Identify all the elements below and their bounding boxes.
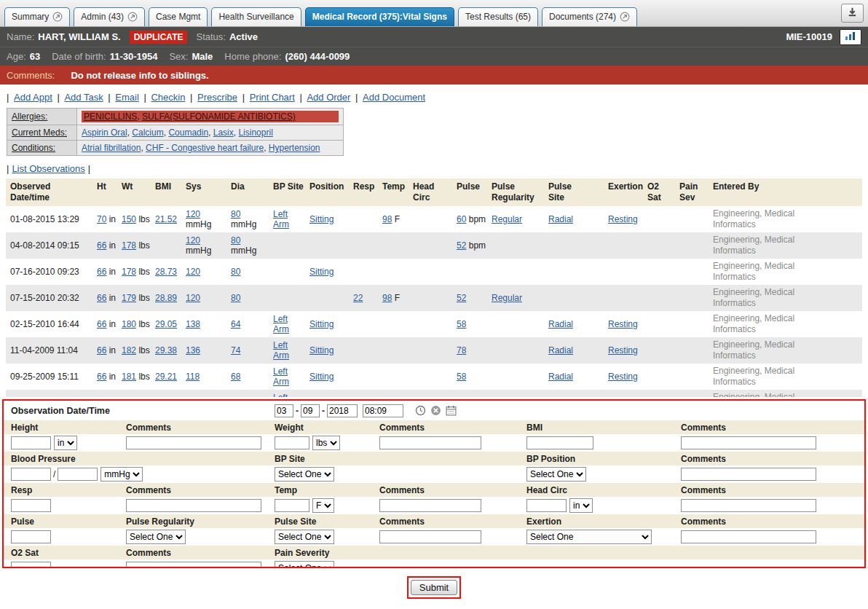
summary-label-link[interactable]: Current Meds: xyxy=(12,127,67,138)
tab-case-mgmt[interactable]: Case Mgmt xyxy=(149,7,208,26)
obs-value-link[interactable]: 58 xyxy=(457,372,466,382)
action-link-add-document[interactable]: Add Document xyxy=(363,92,425,103)
height-input[interactable] xyxy=(11,436,51,449)
popout-icon[interactable] xyxy=(52,12,63,22)
head-circ-comments-input[interactable] xyxy=(681,499,816,512)
obs-value-link[interactable]: 98 xyxy=(382,214,392,224)
obs-value-link[interactable]: Sitting xyxy=(309,214,334,224)
o2-sat-comments-input[interactable] xyxy=(126,562,261,568)
pulse-site-select[interactable]: Select One xyxy=(275,530,334,544)
summary-item-link[interactable]: Coumadin xyxy=(168,127,208,138)
obs-value-link[interactable]: 120 xyxy=(186,267,200,277)
summary-item-link[interactable]: SULFA(SULFONAMIDE ANTIBIOTICS) xyxy=(142,111,296,122)
obs-day-input[interactable] xyxy=(301,404,320,417)
pain-severity-select[interactable]: Select One xyxy=(275,561,334,568)
obs-value-link[interactable]: Sitting xyxy=(309,267,334,277)
submit-button[interactable]: Submit xyxy=(411,580,457,595)
exertion-select[interactable]: Select One xyxy=(526,530,652,544)
weight-input[interactable] xyxy=(275,436,309,449)
tab-documents-274[interactable]: Documents (274) xyxy=(542,7,637,26)
obs-value-link[interactable]: 66 xyxy=(97,267,106,277)
obs-value-link[interactable]: 66 xyxy=(97,345,106,355)
obs-value-link[interactable]: Left Arm xyxy=(273,209,289,229)
obs-value-link[interactable]: 29.05 xyxy=(155,319,177,329)
weight-unit-select[interactable]: lbs xyxy=(312,436,340,450)
bp-unit-select[interactable]: mmHg xyxy=(100,467,143,482)
exertion-comments-input[interactable] xyxy=(681,530,816,543)
resp-comments-input[interactable] xyxy=(126,499,261,512)
obs-value-link[interactable]: Radial xyxy=(548,214,573,224)
bmi-input[interactable] xyxy=(526,436,593,449)
action-link-add-task[interactable]: Add Task xyxy=(64,92,103,103)
obs-value-link[interactable]: 180 xyxy=(122,319,136,329)
obs-value-link[interactable]: Sitting xyxy=(309,319,334,329)
obs-value-link[interactable]: 98 xyxy=(382,293,392,303)
summary-item-link[interactable]: Aspirin Oral xyxy=(82,127,127,138)
summary-item-link[interactable]: CHF - Congestive heart failure xyxy=(146,143,264,153)
obs-value-link[interactable]: 60 xyxy=(457,214,466,224)
head-circ-input[interactable] xyxy=(526,499,567,512)
action-link-prescribe[interactable]: Prescribe xyxy=(197,92,237,103)
summary-item-link[interactable]: Lisinopril xyxy=(238,127,272,138)
action-link-print-chart[interactable]: Print Chart xyxy=(250,92,295,103)
summary-label-link[interactable]: Allergies: xyxy=(12,111,47,122)
obs-time-input[interactable] xyxy=(363,404,403,417)
temp-input[interactable] xyxy=(275,499,309,512)
obs-value-link[interactable]: Regular xyxy=(492,214,522,224)
obs-value-link[interactable]: Left Arm xyxy=(273,393,289,397)
obs-value-link[interactable]: 80 xyxy=(231,209,240,219)
obs-value-link[interactable]: 178 xyxy=(122,240,136,251)
obs-value-link[interactable]: 52 xyxy=(457,293,466,303)
obs-value-link[interactable]: 21.52 xyxy=(155,214,177,224)
obs-value-link[interactable]: 28.89 xyxy=(155,293,177,303)
obs-value-link[interactable]: 68 xyxy=(231,372,240,382)
obs-value-link[interactable]: 70 xyxy=(97,214,106,224)
summary-label-link[interactable]: Conditions: xyxy=(12,143,55,153)
obs-value-link[interactable]: 80 xyxy=(231,293,240,303)
obs-value-link[interactable]: Left Arm xyxy=(273,314,289,334)
head-circ-unit-select[interactable]: in xyxy=(569,498,593,513)
flowsheet-chart-button[interactable] xyxy=(840,29,861,45)
obs-value-link[interactable]: 78 xyxy=(457,345,466,355)
temp-comments-input[interactable] xyxy=(379,499,481,512)
tab-medical-record-375-vital-signs[interactable]: Medical Record (375):Vital Signs xyxy=(305,7,454,26)
pulse-comments-input[interactable] xyxy=(379,530,481,543)
summary-item-link[interactable]: Hypertension xyxy=(269,143,320,153)
weight-comments-input[interactable] xyxy=(379,436,481,449)
obs-year-input[interactable] xyxy=(327,404,358,417)
obs-value-link[interactable]: 150 xyxy=(122,214,136,224)
obs-value-link[interactable]: Resting xyxy=(608,214,638,224)
obs-value-link[interactable]: 58 xyxy=(457,319,466,329)
obs-value-link[interactable]: 80 xyxy=(231,235,240,245)
tab-admin-43[interactable]: Admin (43) xyxy=(74,7,145,26)
action-link-add-appt[interactable]: Add Appt xyxy=(14,92,52,103)
obs-value-link[interactable]: 66 xyxy=(97,293,106,303)
obs-value-link[interactable]: 66 xyxy=(97,372,106,382)
obs-value-link[interactable]: Left Arm xyxy=(273,366,289,387)
obs-value-link[interactable]: 120 xyxy=(186,235,200,245)
action-link-checkin[interactable]: Checkin xyxy=(151,92,185,103)
action-link-email[interactable]: Email xyxy=(115,92,139,103)
obs-value-link[interactable]: 74 xyxy=(231,345,240,355)
obs-value-link[interactable]: Radial xyxy=(548,319,573,329)
obs-value-link[interactable]: Resting xyxy=(608,345,638,355)
obs-value-link[interactable]: 179 xyxy=(122,293,136,303)
obs-value-link[interactable]: 29.38 xyxy=(155,345,177,355)
obs-value-link[interactable]: 120 xyxy=(186,209,200,219)
obs-value-link[interactable]: 118 xyxy=(186,372,200,382)
bp-position-select[interactable]: Select One xyxy=(526,467,586,482)
obs-value-link[interactable]: 52 xyxy=(457,240,466,251)
obs-value-link[interactable]: 22 xyxy=(353,293,363,303)
bp-site-select[interactable]: Select One xyxy=(275,467,334,482)
obs-value-link[interactable]: Resting xyxy=(608,319,638,329)
obs-value-link[interactable]: Regular xyxy=(492,293,522,303)
summary-item-link[interactable]: Atrial fibrillation xyxy=(82,143,141,153)
pulse-regularity-select[interactable]: Select One xyxy=(126,530,186,544)
pulse-input[interactable] xyxy=(11,530,51,543)
height-comments-input[interactable] xyxy=(126,436,261,449)
summary-item-link[interactable]: PENICILLINS xyxy=(84,111,137,122)
obs-value-link[interactable]: 66 xyxy=(97,240,106,251)
obs-value-link[interactable]: 182 xyxy=(122,345,136,355)
obs-value-link[interactable]: Sitting xyxy=(309,372,334,382)
bp-systolic-input[interactable] xyxy=(11,468,51,481)
